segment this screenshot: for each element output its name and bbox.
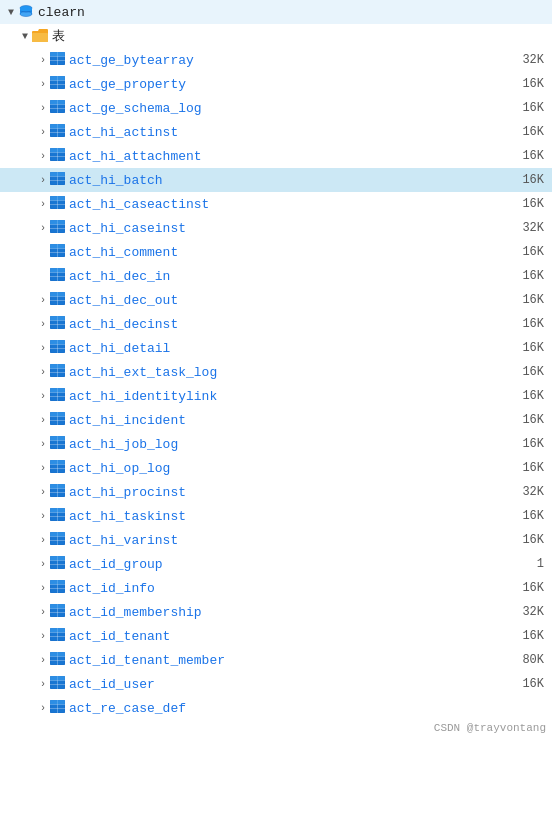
table-icon — [50, 100, 65, 117]
table-row[interactable]: › act_hi_dec_out 16K — [0, 288, 552, 312]
table-name: act_re_case_def — [69, 701, 510, 716]
svg-rect-108 — [50, 532, 65, 537]
table-row[interactable]: › act_hi_op_log 16K — [0, 456, 552, 480]
table-icon — [50, 700, 65, 717]
table-row[interactable]: › act_hi_caseinst 32K — [0, 216, 552, 240]
table-name: act_hi_procinst — [69, 485, 510, 500]
table-size: 16K — [514, 245, 544, 259]
table-row[interactable]: act_hi_dec_in 16K — [0, 264, 552, 288]
table-size: 32K — [514, 605, 544, 619]
table-row[interactable]: › act_hi_batch 16K — [0, 168, 552, 192]
row-arrow: › — [36, 511, 50, 522]
svg-rect-103 — [50, 508, 65, 513]
table-size: 16K — [514, 389, 544, 403]
table-row[interactable]: › act_hi_identitylink 16K — [0, 384, 552, 408]
table-row[interactable]: › act_hi_caseactinst 16K — [0, 192, 552, 216]
svg-rect-8 — [50, 52, 65, 57]
table-size: 16K — [514, 365, 544, 379]
table-icon — [50, 292, 65, 309]
row-arrow: › — [36, 583, 50, 594]
folder-icon — [32, 28, 48, 44]
table-size: 16K — [514, 437, 544, 451]
table-row[interactable]: › act_ge_bytearray 32K — [0, 48, 552, 72]
table-name: act_hi_actinst — [69, 125, 510, 140]
table-icon — [50, 172, 65, 189]
svg-rect-33 — [50, 172, 65, 177]
table-icon — [50, 364, 65, 381]
svg-rect-123 — [50, 604, 65, 609]
table-size: 16K — [514, 509, 544, 523]
table-name: act_hi_op_log — [69, 461, 510, 476]
table-row[interactable]: › act_re_case_def — [0, 696, 552, 720]
table-name: act_ge_property — [69, 77, 510, 92]
svg-rect-43 — [50, 220, 65, 225]
table-name: act_hi_dec_out — [69, 293, 510, 308]
row-arrow: › — [36, 559, 50, 570]
table-name: act_hi_dec_in — [69, 269, 510, 284]
table-icon — [50, 340, 65, 357]
table-row[interactable]: › act_id_info 16K — [0, 576, 552, 600]
table-name: act_hi_caseinst — [69, 221, 510, 236]
table-row[interactable]: › act_hi_taskinst 16K — [0, 504, 552, 528]
table-name: act_ge_schema_log — [69, 101, 510, 116]
row-arrow: › — [36, 319, 50, 330]
watermark: CSDN @trayvontang — [0, 720, 552, 734]
row-arrow: › — [36, 463, 50, 474]
table-icon — [50, 484, 65, 501]
row-arrow: › — [36, 343, 50, 354]
svg-rect-13 — [50, 76, 65, 81]
table-row[interactable]: › act_hi_job_log 16K — [0, 432, 552, 456]
row-arrow: › — [36, 703, 50, 714]
table-row[interactable]: › act_ge_schema_log 16K — [0, 96, 552, 120]
table-row[interactable]: › act_hi_attachment 16K — [0, 144, 552, 168]
row-arrow: › — [36, 295, 50, 306]
svg-rect-63 — [50, 316, 65, 321]
svg-rect-3 — [32, 33, 48, 42]
table-row[interactable]: › act_hi_detail 16K — [0, 336, 552, 360]
table-name: act_hi_decinst — [69, 317, 510, 332]
table-size: 32K — [514, 485, 544, 499]
table-icon — [50, 676, 65, 693]
table-icon — [50, 436, 65, 453]
table-row[interactable]: act_hi_comment 16K — [0, 240, 552, 264]
table-name: act_hi_job_log — [69, 437, 510, 452]
svg-rect-133 — [50, 652, 65, 657]
db-icon — [18, 4, 34, 20]
svg-rect-128 — [50, 628, 65, 633]
folder-row[interactable]: ▼ 表 — [0, 24, 552, 48]
table-row[interactable]: › act_hi_decinst 16K — [0, 312, 552, 336]
table-size: 32K — [514, 221, 544, 235]
table-size: 16K — [514, 77, 544, 91]
db-row[interactable]: ▼ clearn — [0, 0, 552, 24]
svg-rect-88 — [50, 436, 65, 441]
svg-rect-113 — [50, 556, 65, 561]
table-size: 80K — [514, 653, 544, 667]
table-row[interactable]: › act_ge_property 16K — [0, 72, 552, 96]
table-row[interactable]: › act_id_tenant 16K — [0, 624, 552, 648]
table-size: 16K — [514, 533, 544, 547]
table-size: 16K — [514, 197, 544, 211]
table-row[interactable]: › act_hi_varinst 16K — [0, 528, 552, 552]
table-size: 16K — [514, 629, 544, 643]
table-name: act_hi_taskinst — [69, 509, 510, 524]
table-row[interactable]: › act_id_tenant_member 80K — [0, 648, 552, 672]
svg-rect-98 — [50, 484, 65, 489]
table-row[interactable]: › act_hi_procinst 32K — [0, 480, 552, 504]
row-arrow: › — [36, 199, 50, 210]
table-name: act_hi_detail — [69, 341, 510, 356]
row-arrow: › — [36, 151, 50, 162]
table-row[interactable]: › act_id_group 1 — [0, 552, 552, 576]
svg-rect-53 — [50, 268, 65, 273]
svg-rect-83 — [50, 412, 65, 417]
table-name: act_id_tenant — [69, 629, 510, 644]
table-row[interactable]: › act_id_user 16K — [0, 672, 552, 696]
table-row[interactable]: › act_hi_actinst 16K — [0, 120, 552, 144]
table-row[interactable]: › act_hi_incident 16K — [0, 408, 552, 432]
svg-rect-58 — [50, 292, 65, 297]
table-name: act_id_info — [69, 581, 510, 596]
row-arrow: › — [36, 55, 50, 66]
table-row[interactable]: › act_id_membership 32K — [0, 600, 552, 624]
table-size: 16K — [514, 101, 544, 115]
table-row[interactable]: › act_hi_ext_task_log 16K — [0, 360, 552, 384]
table-size: 16K — [514, 341, 544, 355]
